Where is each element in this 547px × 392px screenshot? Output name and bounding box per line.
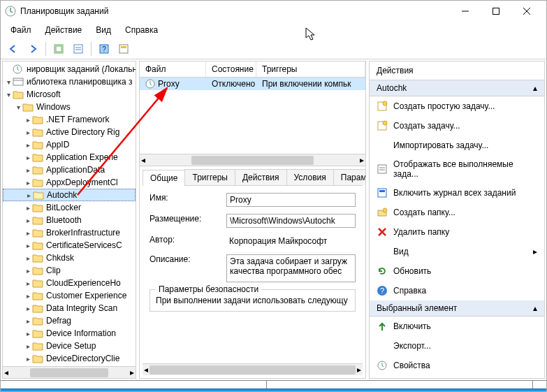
expander-icon[interactable]: ▸ bbox=[24, 280, 32, 287]
expander-icon[interactable]: ▸ bbox=[24, 292, 32, 300]
tree-item--net-framework[interactable]: ▸ .NET Framework bbox=[3, 113, 136, 126]
tab-general[interactable]: Общие bbox=[143, 170, 185, 186]
scroll-right-icon[interactable]: ▸ bbox=[357, 365, 361, 375]
scroll-right-icon[interactable]: ▸ bbox=[130, 368, 134, 377]
tree-item-appxdeploymentcl[interactable]: ▸ AppxDeploymentCl bbox=[3, 176, 136, 189]
expander-icon[interactable]: ▸ bbox=[24, 204, 32, 212]
tree-root[interactable]: нировщик заданий (Локальн bbox=[3, 63, 136, 75]
action-отображать-все-выполняемые-зада-[interactable]: Отображать все выполняемые зада... bbox=[370, 155, 544, 183]
expander-icon[interactable]: ▸ bbox=[24, 254, 32, 262]
action-экспорт-[interactable]: Экспорт... bbox=[370, 336, 544, 356]
forward-button[interactable] bbox=[24, 41, 41, 57]
tab-actions[interactable]: Действия bbox=[235, 169, 287, 185]
tasklist-hscroll[interactable]: ◂ ▸ bbox=[140, 154, 365, 166]
minimize-button[interactable] bbox=[450, 1, 481, 22]
expander-icon[interactable]: ▸ bbox=[24, 317, 32, 325]
tree-item-autochk[interactable]: ▸ Autochk bbox=[3, 189, 136, 201]
tree-hscroll[interactable]: ◂ ▸ bbox=[3, 366, 136, 378]
expander-icon[interactable]: ▸ bbox=[24, 229, 32, 237]
run-button[interactable] bbox=[115, 41, 132, 57]
menu-view[interactable]: Вид bbox=[90, 24, 117, 36]
expander-icon[interactable]: ▸ bbox=[24, 267, 32, 275]
tree-item-device-information[interactable]: ▸ Device Information bbox=[3, 327, 136, 340]
tab-triggers[interactable]: Триггеры bbox=[184, 169, 235, 185]
tree-item-cloudexperienceho[interactable]: ▸ CloudExperienceHo bbox=[3, 277, 136, 289]
tree-microsoft[interactable]: ▾ Microsoft bbox=[3, 88, 136, 101]
tree-item-applicationdata[interactable]: ▸ ApplicationData bbox=[3, 164, 136, 176]
col-triggers[interactable]: Триггеры bbox=[256, 61, 365, 77]
action-удалить[interactable]: Удалить bbox=[370, 375, 544, 378]
action-включить[interactable]: Включить bbox=[370, 317, 544, 336]
action-удалить-папку[interactable]: Удалить папку bbox=[370, 222, 544, 242]
task-tree[interactable]: нировщик заданий (Локальн▾иблиотека план… bbox=[3, 61, 136, 366]
action-создать-задачу-[interactable]: Создать задачу... bbox=[370, 116, 544, 136]
expander-icon[interactable]: ▸ bbox=[24, 154, 32, 161]
maximize-button[interactable] bbox=[481, 1, 511, 22]
expander-icon[interactable]: ▸ bbox=[24, 129, 32, 136]
tab-conditions[interactable]: Условия bbox=[286, 169, 334, 185]
tree-item-devicedirectoryclie[interactable]: ▸ DeviceDirectoryClie bbox=[3, 352, 136, 365]
expander-icon[interactable]: ▸ bbox=[24, 342, 32, 350]
task-list-header[interactable]: Файл Состояние Триггеры bbox=[140, 61, 365, 78]
actions-section-selected[interactable]: Выбранный элемент▴ bbox=[370, 300, 544, 317]
tab-params[interactable]: Парам bbox=[333, 169, 365, 185]
task-row[interactable]: Proxy Отключено При включении компьк bbox=[140, 78, 365, 90]
menu-help[interactable]: Справка bbox=[119, 24, 163, 36]
tree-item-customer-experience[interactable]: ▸ Customer Experience bbox=[3, 289, 136, 302]
action-вид[interactable]: Вид▸ bbox=[370, 242, 544, 261]
tree-item-brokerinfrastructure[interactable]: ▸ BrokerInfrastructure bbox=[3, 226, 136, 239]
expander-icon[interactable]: ▸ bbox=[24, 217, 32, 224]
menu-action[interactable]: Действие bbox=[40, 24, 88, 36]
tree-item-active-directory-rig[interactable]: ▸ Active Directory Rig bbox=[3, 126, 136, 138]
menu-file[interactable]: Файл bbox=[5, 24, 37, 36]
tree-item-application-experie[interactable]: ▸ Application Experie bbox=[3, 151, 136, 164]
action-создать-папку-[interactable]: Создать папку... bbox=[370, 203, 544, 222]
expander-icon[interactable]: ▸ bbox=[24, 191, 33, 199]
scroll-right-icon[interactable]: ▸ bbox=[360, 155, 364, 165]
actions-section-autochk[interactable]: Autochk▴ bbox=[370, 80, 544, 96]
tree-library[interactable]: ▾иблиотека планировщика з bbox=[3, 75, 136, 88]
scope-button[interactable] bbox=[50, 41, 67, 57]
scroll-left-icon[interactable]: ◂ bbox=[4, 368, 8, 377]
field-description[interactable]: Эта задача собирает и загруж качества пр… bbox=[226, 254, 356, 282]
expander-icon[interactable]: ▾ bbox=[4, 91, 13, 99]
collapse-icon[interactable]: ▴ bbox=[533, 83, 537, 93]
close-button[interactable] bbox=[511, 1, 542, 22]
collapse-icon[interactable]: ▴ bbox=[533, 303, 537, 313]
expander-icon[interactable]: ▸ bbox=[24, 179, 32, 187]
expander-icon[interactable]: ▸ bbox=[24, 242, 32, 249]
expander-icon[interactable]: ▸ bbox=[24, 355, 32, 363]
expander-icon[interactable]: ▸ bbox=[24, 330, 32, 337]
action-импортировать-задачу-[interactable]: Импортировать задачу... bbox=[370, 136, 544, 155]
tree-item-device-setup[interactable]: ▸ Device Setup bbox=[3, 340, 136, 352]
tree-item-appid[interactable]: ▸ AppID bbox=[3, 138, 136, 151]
field-name[interactable]: Proxy bbox=[226, 193, 356, 207]
tree-windows[interactable]: ▾ Windows bbox=[3, 101, 136, 113]
action-свойства[interactable]: Свойства bbox=[370, 356, 544, 375]
scroll-left-icon[interactable]: ◂ bbox=[144, 365, 148, 375]
expander-icon[interactable]: ▸ bbox=[24, 305, 32, 312]
action-включить-журнал-всех-заданий[interactable]: Включить журнал всех заданий bbox=[370, 183, 544, 203]
action-создать-простую-задачу-[interactable]: Создать простую задачу... bbox=[370, 96, 544, 116]
back-button[interactable] bbox=[5, 41, 22, 57]
tree-item-certificateservicesc[interactable]: ▸ CertificateServicesC bbox=[3, 239, 136, 252]
tree-item-bitlocker[interactable]: ▸ BitLocker bbox=[3, 201, 136, 214]
help-button[interactable]: ? bbox=[96, 41, 112, 57]
expander-icon[interactable]: ▸ bbox=[24, 166, 32, 174]
col-state[interactable]: Состояние bbox=[206, 61, 256, 77]
tree-item-chkdsk[interactable]: ▸ Chkdsk bbox=[3, 252, 136, 264]
action-справка[interactable]: ?Справка bbox=[370, 281, 544, 300]
tree-label: Device Information bbox=[46, 328, 116, 338]
expander-icon[interactable]: ▸ bbox=[24, 116, 32, 124]
details-button[interactable] bbox=[70, 41, 87, 57]
tree-item-data-integrity-scan[interactable]: ▸ Data Integrity Scan bbox=[3, 302, 136, 314]
details-hscroll[interactable]: ◂ ▸ bbox=[143, 363, 363, 375]
expander-icon[interactable]: ▾ bbox=[14, 103, 22, 111]
col-file[interactable]: Файл bbox=[140, 61, 206, 77]
action-обновить[interactable]: Обновить bbox=[370, 261, 544, 281]
tree-item-clip[interactable]: ▸ Clip bbox=[3, 264, 136, 277]
expander-icon[interactable]: ▸ bbox=[24, 141, 32, 149]
tree-item-defrag[interactable]: ▸ Defrag bbox=[3, 314, 136, 327]
tree-item-bluetooth[interactable]: ▸ Bluetooth bbox=[3, 214, 136, 226]
scroll-left-icon[interactable]: ◂ bbox=[141, 155, 145, 165]
